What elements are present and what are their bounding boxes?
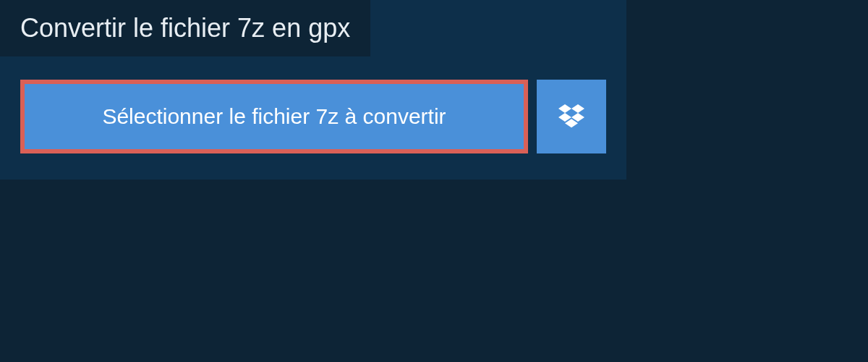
select-file-label: Sélectionner le fichier 7z à convertir xyxy=(102,104,446,129)
dropbox-icon xyxy=(558,102,584,131)
page-title: Convertir le fichier 7z en gpx xyxy=(20,13,350,43)
button-area: Sélectionner le fichier 7z à convertir xyxy=(0,56,626,180)
title-bar: Convertir le fichier 7z en gpx xyxy=(0,0,370,56)
converter-panel: Convertir le fichier 7z en gpx Sélection… xyxy=(0,0,626,180)
dropbox-button[interactable] xyxy=(537,80,606,153)
select-file-button[interactable]: Sélectionner le fichier 7z à convertir xyxy=(20,80,528,153)
